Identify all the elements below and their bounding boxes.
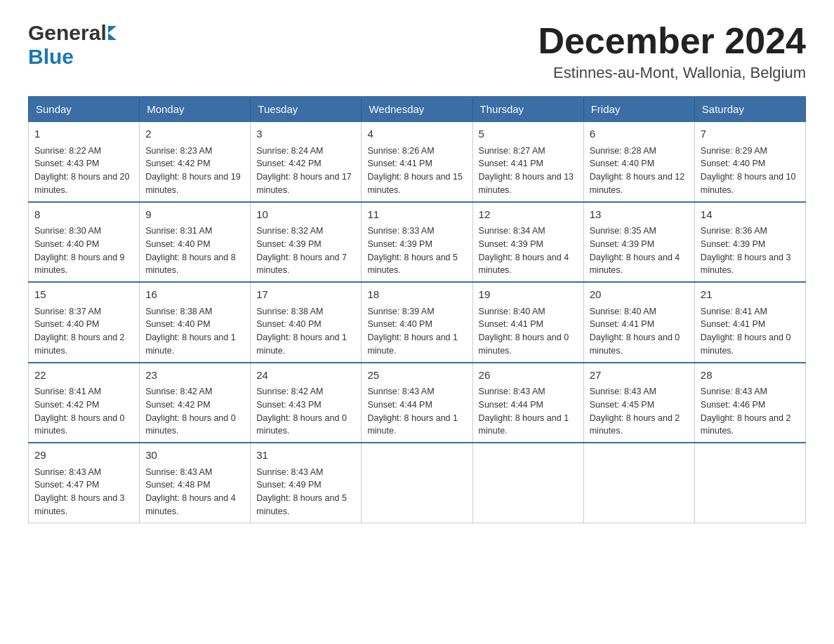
day-info: Sunrise: 8:38 AMSunset: 4:40 PMDaylight:… [256, 307, 347, 356]
calendar-header-wednesday: Wednesday [362, 97, 472, 121]
calendar-table: SundayMondayTuesdayWednesdayThursdayFrid… [28, 96, 806, 523]
calendar-cell: 13 Sunrise: 8:35 AMSunset: 4:39 PMDaylig… [583, 202, 694, 283]
day-number: 18 [367, 287, 466, 303]
day-info: Sunrise: 8:24 AMSunset: 4:42 PMDaylight:… [256, 146, 352, 195]
calendar-cell: 9 Sunrise: 8:31 AMSunset: 4:40 PMDayligh… [140, 202, 251, 283]
day-number: 25 [367, 368, 466, 384]
day-number: 9 [145, 207, 244, 223]
calendar-cell: 3 Sunrise: 8:24 AMSunset: 4:42 PMDayligh… [251, 121, 362, 202]
day-number: 3 [256, 126, 355, 142]
day-number: 8 [34, 207, 133, 223]
calendar-cell: 7 Sunrise: 8:29 AMSunset: 4:40 PMDayligh… [694, 121, 805, 202]
day-number: 23 [145, 368, 244, 384]
calendar-cell: 12 Sunrise: 8:34 AMSunset: 4:39 PMDaylig… [472, 202, 583, 283]
calendar-cell: 2 Sunrise: 8:23 AMSunset: 4:42 PMDayligh… [140, 121, 251, 202]
calendar-header-monday: Monday [140, 97, 251, 121]
day-info: Sunrise: 8:31 AMSunset: 4:40 PMDaylight:… [145, 226, 236, 275]
day-info: Sunrise: 8:27 AMSunset: 4:41 PMDaylight:… [479, 146, 574, 195]
day-info: Sunrise: 8:42 AMSunset: 4:43 PMDaylight:… [256, 387, 347, 436]
calendar-cell: 23 Sunrise: 8:42 AMSunset: 4:42 PMDaylig… [140, 363, 251, 443]
day-number: 22 [34, 368, 133, 384]
calendar-header-thursday: Thursday [472, 97, 583, 121]
day-info: Sunrise: 8:43 AMSunset: 4:44 PMDaylight:… [367, 387, 458, 436]
day-number: 7 [701, 126, 800, 142]
day-number: 4 [367, 126, 466, 142]
logo-blue-text: Blue [28, 45, 117, 69]
day-info: Sunrise: 8:43 AMSunset: 4:44 PMDaylight:… [479, 387, 569, 436]
calendar-week-row: 29 Sunrise: 8:43 AMSunset: 4:47 PMDaylig… [29, 443, 806, 523]
calendar-cell [472, 443, 583, 523]
calendar-cell [583, 443, 694, 523]
day-info: Sunrise: 8:29 AMSunset: 4:40 PMDaylight:… [701, 146, 796, 195]
calendar-cell: 27 Sunrise: 8:43 AMSunset: 4:45 PMDaylig… [583, 363, 694, 443]
calendar-cell: 8 Sunrise: 8:30 AMSunset: 4:40 PMDayligh… [29, 202, 140, 283]
day-info: Sunrise: 8:36 AMSunset: 4:39 PMDaylight:… [701, 226, 791, 275]
day-number: 1 [34, 126, 133, 142]
day-number: 5 [479, 126, 578, 142]
day-info: Sunrise: 8:41 AMSunset: 4:41 PMDaylight:… [701, 307, 791, 356]
calendar-cell: 6 Sunrise: 8:28 AMSunset: 4:40 PMDayligh… [583, 121, 694, 202]
calendar-week-row: 8 Sunrise: 8:30 AMSunset: 4:40 PMDayligh… [29, 202, 806, 283]
day-number: 2 [145, 126, 244, 142]
day-info: Sunrise: 8:43 AMSunset: 4:46 PMDaylight:… [701, 387, 791, 436]
day-info: Sunrise: 8:33 AMSunset: 4:39 PMDaylight:… [367, 226, 458, 275]
day-number: 27 [590, 368, 689, 384]
day-number: 15 [34, 287, 133, 303]
day-number: 31 [256, 448, 355, 464]
calendar-cell: 15 Sunrise: 8:37 AMSunset: 4:40 PMDaylig… [29, 282, 140, 363]
day-number: 12 [479, 207, 578, 223]
day-info: Sunrise: 8:22 AMSunset: 4:43 PMDaylight:… [34, 146, 130, 195]
calendar-cell: 26 Sunrise: 8:43 AMSunset: 4:44 PMDaylig… [472, 363, 583, 443]
day-number: 19 [479, 287, 578, 303]
day-info: Sunrise: 8:26 AMSunset: 4:41 PMDaylight:… [367, 146, 463, 195]
calendar-header-saturday: Saturday [694, 97, 805, 121]
day-info: Sunrise: 8:43 AMSunset: 4:45 PMDaylight:… [590, 387, 680, 436]
day-info: Sunrise: 8:40 AMSunset: 4:41 PMDaylight:… [479, 307, 569, 356]
day-info: Sunrise: 8:43 AMSunset: 4:48 PMDaylight:… [145, 467, 236, 516]
calendar-cell: 22 Sunrise: 8:41 AMSunset: 4:42 PMDaylig… [29, 363, 140, 443]
day-info: Sunrise: 8:40 AMSunset: 4:41 PMDaylight:… [590, 307, 680, 356]
calendar-header-tuesday: Tuesday [251, 97, 362, 121]
calendar-cell: 25 Sunrise: 8:43 AMSunset: 4:44 PMDaylig… [362, 363, 472, 443]
calendar-cell: 18 Sunrise: 8:39 AMSunset: 4:40 PMDaylig… [362, 282, 472, 363]
day-number: 24 [256, 368, 355, 384]
logo: General Blue [28, 21, 117, 69]
day-number: 6 [590, 126, 689, 142]
day-info: Sunrise: 8:32 AMSunset: 4:39 PMDaylight:… [256, 226, 347, 275]
calendar-cell: 11 Sunrise: 8:33 AMSunset: 4:39 PMDaylig… [362, 202, 472, 283]
day-number: 26 [479, 368, 578, 384]
calendar-cell: 28 Sunrise: 8:43 AMSunset: 4:46 PMDaylig… [694, 363, 805, 443]
calendar-cell: 30 Sunrise: 8:43 AMSunset: 4:48 PMDaylig… [140, 443, 251, 523]
day-info: Sunrise: 8:37 AMSunset: 4:40 PMDaylight:… [34, 307, 125, 356]
day-info: Sunrise: 8:42 AMSunset: 4:42 PMDaylight:… [145, 387, 236, 436]
title-area: December 2024 Estinnes-au-Mont, Wallonia… [538, 21, 806, 82]
calendar-week-row: 1 Sunrise: 8:22 AMSunset: 4:43 PMDayligh… [29, 121, 806, 202]
logo-triangle-icon [108, 26, 117, 40]
calendar-cell: 14 Sunrise: 8:36 AMSunset: 4:39 PMDaylig… [694, 202, 805, 283]
calendar-cell: 10 Sunrise: 8:32 AMSunset: 4:39 PMDaylig… [251, 202, 362, 283]
day-info: Sunrise: 8:38 AMSunset: 4:40 PMDaylight:… [145, 307, 236, 356]
day-number: 30 [145, 448, 244, 464]
day-info: Sunrise: 8:41 AMSunset: 4:42 PMDaylight:… [34, 387, 125, 436]
calendar-cell: 24 Sunrise: 8:42 AMSunset: 4:43 PMDaylig… [251, 363, 362, 443]
calendar-week-row: 22 Sunrise: 8:41 AMSunset: 4:42 PMDaylig… [29, 363, 806, 443]
day-number: 21 [701, 287, 800, 303]
day-info: Sunrise: 8:34 AMSunset: 4:39 PMDaylight:… [479, 226, 569, 275]
day-number: 16 [145, 287, 244, 303]
day-number: 14 [701, 207, 800, 223]
calendar-cell: 5 Sunrise: 8:27 AMSunset: 4:41 PMDayligh… [472, 121, 583, 202]
day-number: 13 [590, 207, 689, 223]
calendar-cell: 19 Sunrise: 8:40 AMSunset: 4:41 PMDaylig… [472, 282, 583, 363]
calendar-header-sunday: Sunday [29, 97, 140, 121]
day-info: Sunrise: 8:35 AMSunset: 4:39 PMDaylight:… [590, 226, 680, 275]
day-number: 11 [367, 207, 466, 223]
header: General Blue December 2024 Estinnes-au-M… [28, 21, 806, 82]
calendar-cell: 16 Sunrise: 8:38 AMSunset: 4:40 PMDaylig… [140, 282, 251, 363]
main-title: December 2024 [538, 21, 806, 61]
day-number: 28 [701, 368, 800, 384]
calendar-cell [362, 443, 472, 523]
subtitle: Estinnes-au-Mont, Wallonia, Belgium [538, 64, 806, 82]
calendar-cell [694, 443, 805, 523]
day-number: 20 [590, 287, 689, 303]
day-info: Sunrise: 8:23 AMSunset: 4:42 PMDaylight:… [145, 146, 241, 195]
